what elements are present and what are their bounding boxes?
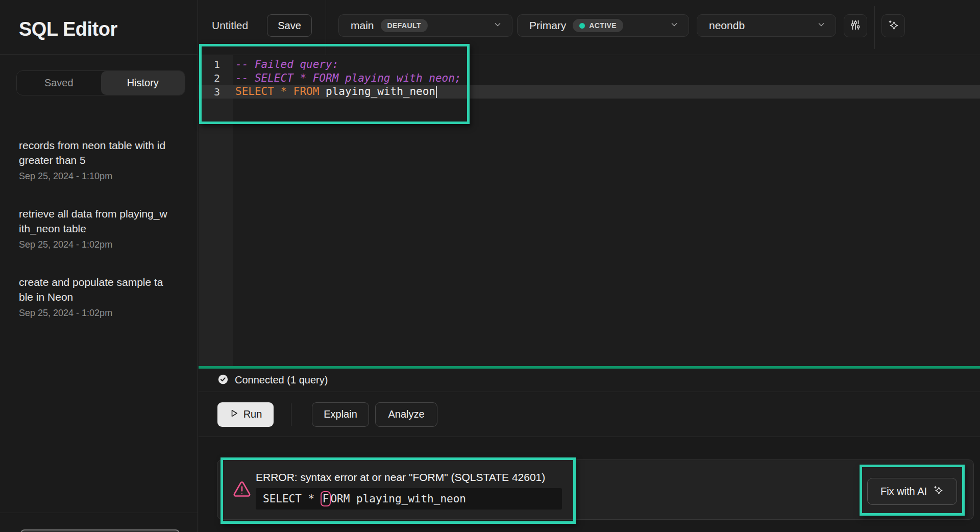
editor-toolbar: Untitled Save main DEFAULT Primary ACTIV…: [199, 0, 980, 55]
line-number: 3: [199, 86, 233, 98]
branch-select[interactable]: main DEFAULT: [338, 14, 512, 37]
branch-name: main: [351, 19, 374, 32]
database-name: neondb: [709, 19, 745, 32]
sql-comment: -- Failed query:: [235, 58, 338, 70]
history-item-title: create and populate sample ta ble in Neo…: [19, 275, 187, 304]
save-button[interactable]: Save: [267, 14, 312, 37]
saved-history-tabs: Saved History: [16, 70, 185, 95]
line-number: 1: [199, 58, 233, 70]
code-text: SELECT * FROM playing_with_neon: [233, 85, 437, 98]
compute-active-badge: ACTIVE: [573, 19, 623, 32]
history-item-title: records from neon table with id greater …: [19, 138, 187, 167]
sparkle-icon: [933, 485, 944, 498]
toolbar-divider: [874, 6, 875, 49]
actions-divider: [291, 403, 291, 426]
toolbar-divider: [326, 0, 326, 55]
analyze-button[interactable]: Analyze: [375, 402, 437, 427]
history-item[interactable]: create and populate sample ta ble in Neo…: [19, 275, 187, 319]
tab-history-label: History: [127, 77, 159, 89]
error-banner: ERROR: syntax error at or near "FORM" (S…: [217, 460, 974, 520]
chevron-down-icon: [817, 20, 825, 31]
main-panel: Untitled Save main DEFAULT Primary ACTIV…: [199, 0, 980, 532]
sql-keyword: FROM: [293, 85, 320, 98]
query-actions-bar: Run Explain Analyze: [199, 392, 980, 437]
check-circle-icon: [217, 374, 229, 387]
history-item-timestamp: Sep 25, 2024 - 1:02pm: [19, 308, 187, 319]
history-item[interactable]: records from neon table with id greater …: [19, 138, 187, 182]
query-name: Untitled: [212, 14, 248, 37]
code-text: -- Failed query:: [233, 58, 338, 70]
connection-status-bar: Connected (1 query): [199, 369, 980, 392]
sidebar-bottom-button-partial[interactable]: [20, 529, 180, 532]
sliders-icon: [849, 19, 862, 33]
compute-select[interactable]: Primary ACTIVE: [517, 14, 689, 37]
compute-name: Primary: [529, 19, 566, 32]
history-item[interactable]: retrieve all data from playing_w ith_neo…: [19, 206, 187, 250]
history-list: records from neon table with id greater …: [0, 138, 198, 319]
warning-triangle-icon: [232, 479, 252, 502]
code-text: -- SELECT * FORM playing_with_neon;: [233, 72, 461, 84]
database-select[interactable]: neondb: [697, 14, 836, 37]
run-button[interactable]: Run: [217, 402, 274, 427]
fix-with-ai-label: Fix with AI: [880, 486, 927, 497]
play-icon: [229, 408, 239, 421]
sql-table-name: playing_with_neon: [326, 85, 435, 98]
tab-saved-label: Saved: [44, 77, 74, 89]
tab-history[interactable]: History: [101, 71, 185, 95]
sidebar: SQL Editor Saved History records from ne…: [0, 0, 198, 532]
page-title: SQL Editor: [19, 18, 198, 40]
sidebar-header: SQL Editor: [0, 0, 198, 55]
sql-keyword: SELECT: [235, 85, 274, 98]
history-item-timestamp: Sep 25, 2024 - 1:02pm: [19, 239, 187, 250]
run-button-label: Run: [243, 408, 262, 420]
error-message: ERROR: syntax error at or near "FORM" (S…: [256, 471, 562, 483]
code-line-1: 1 -- Failed query:: [199, 57, 980, 71]
sql-editor-page: SQL Editor Saved History records from ne…: [0, 0, 980, 532]
history-item-title: retrieve all data from playing_w ith_neo…: [19, 206, 187, 236]
explain-button[interactable]: Explain: [312, 402, 369, 427]
sidebar-divider: [0, 513, 198, 513]
history-item-timestamp: Sep 25, 2024 - 1:10pm: [19, 171, 187, 182]
sql-comment: -- SELECT * FORM playing_with_neon;: [235, 72, 461, 84]
active-status-dot: [579, 23, 585, 29]
fix-with-ai-button[interactable]: Fix with AI: [867, 478, 957, 505]
results-panel: ERROR: syntax error at or near "FORM" (S…: [199, 437, 980, 532]
line-number: 2: [199, 72, 233, 84]
branch-default-badge: DEFAULT: [381, 19, 428, 32]
line-number-gutter: [199, 55, 233, 366]
error-query-snippet: SELECT * FORM playing_with_neon: [256, 488, 562, 510]
connection-status-text: Connected (1 query): [235, 374, 328, 386]
sparkle-icon: [887, 19, 899, 33]
settings-sliders-button[interactable]: [844, 14, 867, 37]
text-cursor: [436, 86, 437, 98]
sql-star: *: [281, 85, 287, 98]
code-line-3-current: 3 SELECT * FROM playing_with_neon: [199, 85, 980, 99]
active-badge-label: ACTIVE: [589, 21, 617, 30]
error-details: ERROR: syntax error at or near "FORM" (S…: [256, 471, 562, 510]
chevron-down-icon: [670, 20, 678, 31]
code-line-2: 2 -- SELECT * FORM playing_with_neon;: [199, 71, 980, 85]
sql-code-editor[interactable]: 1 -- Failed query: 2 -- SELECT * FORM pl…: [199, 55, 980, 366]
ai-assist-button[interactable]: [881, 14, 905, 37]
tab-saved[interactable]: Saved: [17, 71, 101, 95]
chevron-down-icon: [494, 20, 502, 31]
error-highlight-char: F: [321, 491, 331, 506]
